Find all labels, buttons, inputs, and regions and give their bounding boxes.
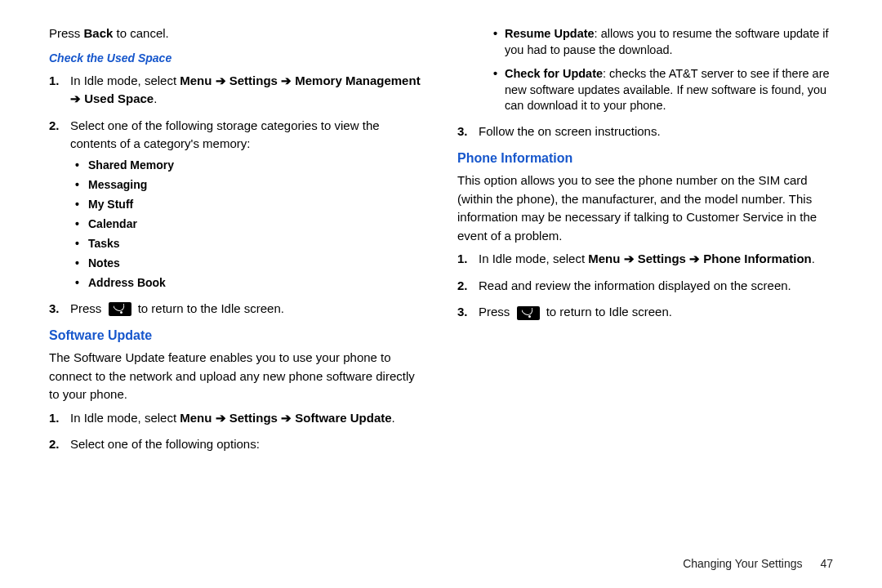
num-1: 1. <box>49 72 60 91</box>
label: Resume Update <box>505 27 595 40</box>
cat-shared-memory: Shared Memory <box>88 157 425 174</box>
text: Follow the on screen instructions. <box>479 124 661 138</box>
software-update-steps: 1. In Idle mode, select Menu ➔ Settings … <box>49 409 425 454</box>
heading-phone-information: Phone Information <box>457 149 833 168</box>
pi-step-2: 2. Read and review the information displ… <box>479 277 833 296</box>
text-dot: . <box>812 252 815 265</box>
check-step-1: 1. In Idle mode, select Menu ➔ Settings … <box>70 72 425 109</box>
text: In Idle mode, select <box>70 74 180 87</box>
page-footer: Changing Your Settings 47 <box>0 555 882 588</box>
software-update-desc: The Software Update feature enables you … <box>49 349 425 404</box>
num-3: 3. <box>49 300 60 318</box>
text-dot: . <box>154 91 157 105</box>
end-call-key-icon <box>109 302 131 316</box>
text: to return to Idle screen. <box>543 305 672 318</box>
num-3: 3. <box>457 122 468 141</box>
text: to return to the Idle screen. <box>135 301 284 315</box>
cat-notes: Notes <box>88 255 425 272</box>
text-cancel: to cancel. <box>113 26 168 40</box>
category-list: Shared Memory Messaging My Stuff Calenda… <box>70 157 425 292</box>
text: In Idle mode, select <box>479 252 588 265</box>
text: In Idle mode, select <box>70 411 180 425</box>
heading-software-update: Software Update <box>49 326 425 345</box>
press-back-line: Press Back to cancel. <box>49 24 425 43</box>
cat-calendar: Calendar <box>88 216 425 233</box>
sw-options-list: Resume Update: allows you to resume the … <box>457 26 833 114</box>
text-press: Press <box>49 26 84 40</box>
cat-my-stuff: My Stuff <box>88 196 425 213</box>
sw-step-2: 2. Select one of the following options: <box>70 435 425 454</box>
text-back: Back <box>84 26 114 40</box>
text: Press <box>479 305 514 318</box>
num-3: 3. <box>457 303 468 322</box>
text: Read and review the information displaye… <box>479 278 791 292</box>
pi-step-1: 1. In Idle mode, select Menu ➔ Settings … <box>479 250 833 269</box>
left-column: Press Back to cancel. Check the Used Spa… <box>49 23 425 547</box>
check-step-3: 3. Press to return to the Idle screen. <box>70 300 425 318</box>
text: Select one of the following storage cate… <box>70 118 380 151</box>
menu-path-phone-info: Menu ➔ Settings ➔ Phone Information <box>588 252 812 265</box>
cat-address-book: Address Book <box>88 274 425 292</box>
text: Press <box>70 301 105 315</box>
num-1: 1. <box>457 250 468 269</box>
check-steps: 1. In Idle mode, select Menu ➔ Settings … <box>49 72 425 318</box>
pi-step-3: 3. Press to return to Idle screen. <box>479 303 833 322</box>
num-2: 2. <box>457 277 468 296</box>
cat-messaging: Messaging <box>88 176 425 194</box>
num-2: 2. <box>49 435 60 454</box>
sw-step-1: 1. In Idle mode, select Menu ➔ Settings … <box>70 409 425 428</box>
text: Select one of the following options: <box>70 437 260 451</box>
opt-check-for-update: Check for Update: checks the AT&T server… <box>493 66 833 114</box>
footer-section: Changing Your Settings <box>683 557 802 570</box>
num-2: 2. <box>49 117 60 136</box>
right-column: Resume Update: allows you to resume the … <box>457 23 833 547</box>
end-call-key-icon <box>517 306 540 320</box>
label: Check for Update <box>505 67 603 80</box>
phone-info-steps: 1. In Idle mode, select Menu ➔ Settings … <box>457 250 833 322</box>
software-update-steps-cont: 3. Follow the on screen instructions. <box>457 122 833 141</box>
phone-info-desc: This option allows you to see the phone … <box>457 172 833 245</box>
page-body: Press Back to cancel. Check the Used Spa… <box>0 0 882 555</box>
num-1: 1. <box>49 409 60 428</box>
heading-check-used-space: Check the Used Space <box>49 50 425 67</box>
text-dot: . <box>392 411 395 425</box>
footer-page-number: 47 <box>820 557 833 570</box>
sw-step-3: 3. Follow the on screen instructions. <box>479 122 833 141</box>
menu-path-sw: Menu ➔ Settings ➔ Software Update <box>180 411 391 425</box>
check-step-2: 2. Select one of the following storage c… <box>70 117 425 292</box>
cat-tasks: Tasks <box>88 235 425 252</box>
opt-resume-update: Resume Update: allows you to resume the … <box>493 26 833 58</box>
